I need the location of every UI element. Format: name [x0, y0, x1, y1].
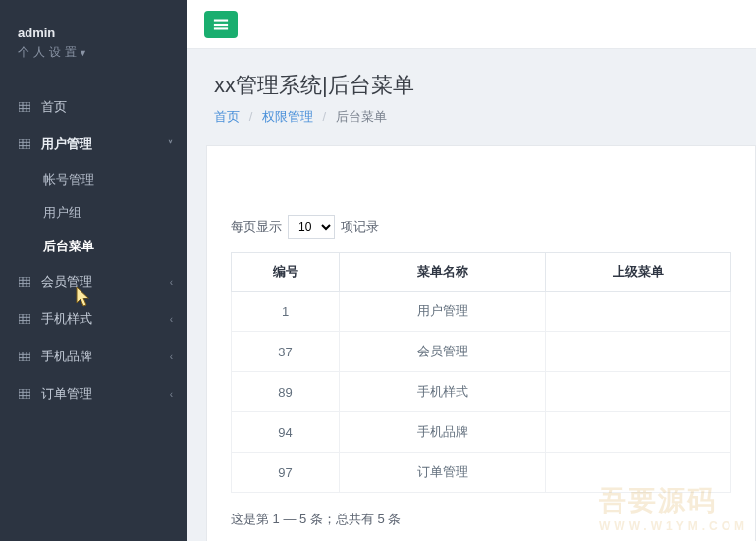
panel: 每页显示 10 项记录 编号 菜单名称 上级菜单	[206, 145, 756, 541]
table-info: 这是第 1 — 5 条；总共有 5 条	[231, 511, 731, 528]
cell-name: 订单管理	[340, 453, 546, 493]
cell-id: 89	[232, 372, 340, 412]
chevron-left-icon: ‹	[170, 277, 173, 288]
sidebar-subitems-1: 帐号管理用户组后台菜单	[0, 163, 187, 263]
sidebar-username: admin	[18, 26, 173, 40]
chevron-down-icon: ˅	[168, 139, 173, 150]
svg-rect-25	[19, 389, 30, 399]
sidebar-item-label: 首页	[41, 98, 67, 116]
table-icon	[19, 389, 30, 399]
sidebar-nav: 首页用户管理˅帐号管理用户组后台菜单会员管理‹手机样式‹手机品牌‹订单管理‹	[0, 88, 187, 412]
col-id-header[interactable]: 编号	[232, 253, 340, 292]
table-icon	[19, 139, 30, 149]
sidebar-subitem-1-2[interactable]: 后台菜单	[0, 230, 187, 263]
col-parent-header[interactable]: 上级菜单	[546, 253, 731, 292]
cell-name: 手机样式	[340, 372, 546, 412]
cell-parent	[546, 412, 731, 453]
table-icon	[19, 314, 30, 324]
sidebar-settings-label: 个人设置	[18, 45, 81, 59]
sidebar-item-label: 订单管理	[41, 385, 92, 403]
table-row[interactable]: 1用户管理	[232, 292, 731, 332]
sidebar-item-1[interactable]: 用户管理˅	[0, 126, 187, 163]
grid-icon	[18, 314, 31, 324]
col-name-header[interactable]: 菜单名称	[340, 253, 546, 292]
page-length-control: 每页显示 10 项记录	[231, 215, 731, 239]
sidebar-header: admin 个人设置▼	[0, 0, 187, 71]
chevron-left-icon: ‹	[170, 314, 173, 325]
svg-rect-20	[19, 352, 30, 361]
table-row[interactable]: 37会员管理	[232, 332, 731, 372]
breadcrumb-sep: /	[323, 109, 327, 124]
page-length-select[interactable]: 10	[288, 215, 335, 239]
cell-parent	[546, 292, 731, 332]
cell-name: 用户管理	[340, 292, 546, 332]
grid-icon	[18, 352, 31, 361]
sidebar-item-4[interactable]: 手机品牌‹	[0, 338, 187, 375]
grid-icon	[18, 389, 31, 399]
caret-down-icon: ▼	[79, 48, 87, 58]
len-prefix: 每页显示	[231, 218, 282, 236]
sidebar-settings-link[interactable]: 个人设置▼	[18, 44, 173, 61]
table-icon	[19, 352, 30, 361]
sidebar-item-label: 会员管理	[41, 273, 92, 291]
breadcrumb: 首页 / 权限管理 / 后台菜单	[214, 108, 729, 126]
grid-icon	[18, 102, 31, 112]
app-root: admin 个人设置▼ 首页用户管理˅帐号管理用户组后台菜单会员管理‹手机样式‹…	[0, 0, 756, 541]
panel-toolbar-empty	[207, 146, 755, 201]
chevron-left-icon: ‹	[170, 389, 173, 400]
sidebar-item-label: 用户管理	[41, 135, 92, 153]
main: xx管理系统|后台菜单 首页 / 权限管理 / 后台菜单 每页显示 10	[187, 0, 756, 541]
sidebar-subitem-1-0[interactable]: 帐号管理	[0, 163, 187, 196]
sidebar-item-5[interactable]: 订单管理‹	[0, 375, 187, 412]
table-row[interactable]: 94手机品牌	[232, 412, 731, 453]
cell-name: 会员管理	[340, 332, 546, 372]
panel-body: 每页显示 10 项记录 编号 菜单名称 上级菜单	[207, 201, 755, 541]
cell-parent	[546, 453, 731, 493]
sidebar-item-3[interactable]: 手机样式‹	[0, 300, 187, 338]
table-header-row: 编号 菜单名称 上级菜单	[232, 253, 731, 292]
table-row[interactable]: 97订单管理	[232, 453, 731, 493]
svg-rect-10	[19, 277, 30, 287]
content: 每页显示 10 项记录 编号 菜单名称 上级菜单	[206, 145, 756, 541]
chevron-left-icon: ‹	[170, 352, 173, 362]
menu-table: 编号 菜单名称 上级菜单 1用户管理37会员管理89手机样式94手机品牌97订单…	[231, 252, 731, 493]
cell-id: 1	[232, 292, 340, 332]
cell-id: 97	[232, 453, 340, 493]
svg-rect-5	[19, 139, 30, 149]
breadcrumb-current: 后台菜单	[336, 109, 387, 124]
table-icon	[19, 277, 30, 287]
len-suffix: 项记录	[341, 218, 379, 236]
sidebar-item-label: 手机品牌	[41, 348, 92, 365]
cell-id: 37	[232, 332, 340, 372]
cell-parent	[546, 332, 731, 372]
hamburger-icon	[213, 18, 229, 31]
table-row[interactable]: 89手机样式	[232, 372, 731, 412]
sidebar-item-0[interactable]: 首页	[0, 88, 187, 126]
breadcrumb-sep: /	[249, 109, 253, 124]
page-title: xx管理系统|后台菜单	[214, 71, 729, 100]
sidebar-item-2[interactable]: 会员管理‹	[0, 263, 187, 300]
svg-rect-15	[19, 314, 30, 324]
cell-name: 手机品牌	[340, 412, 546, 453]
cell-id: 94	[232, 412, 340, 453]
sidebar-item-label: 手机样式	[41, 310, 92, 328]
table-icon	[19, 102, 30, 112]
cell-parent	[546, 372, 731, 412]
grid-icon	[18, 277, 31, 287]
grid-icon	[18, 139, 31, 149]
table-body: 1用户管理37会员管理89手机样式94手机品牌97订单管理	[232, 292, 731, 493]
breadcrumb-home[interactable]: 首页	[214, 109, 240, 124]
sidebar: admin 个人设置▼ 首页用户管理˅帐号管理用户组后台菜单会员管理‹手机样式‹…	[0, 0, 187, 541]
topbar	[187, 0, 756, 49]
breadcrumb-mid[interactable]: 权限管理	[262, 109, 313, 124]
toggle-sidebar-button[interactable]	[204, 11, 238, 38]
sidebar-subitem-1-1[interactable]: 用户组	[0, 196, 187, 230]
page-header: xx管理系统|后台菜单 首页 / 权限管理 / 后台菜单	[187, 49, 756, 135]
svg-rect-0	[19, 102, 30, 112]
